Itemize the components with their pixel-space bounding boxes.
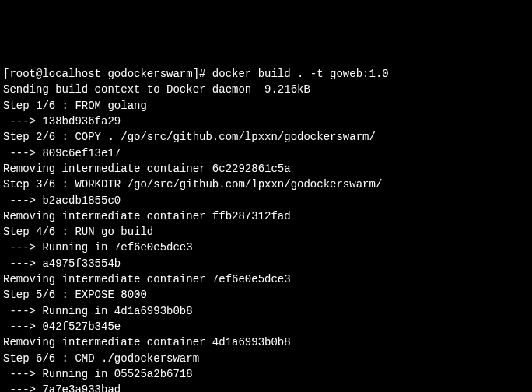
output-line: Step 6/6 : CMD ./godockerswarm [3,351,529,366]
output-line: Removing intermediate container 6c229286… [3,161,529,177]
output-line: Removing intermediate container 7ef6e0e5… [3,271,529,287]
output-line: Removing intermediate container ffb28731… [3,208,529,224]
output-line: ---> b2acdb1855c0 [3,193,529,208]
terminal[interactable]: [root@localhost godockerswarm]# docker b… [3,66,529,392]
output-line: ---> Running in 4d1a6993b0b8 [3,303,529,319]
output-line: Step 4/6 : RUN go build [3,224,529,240]
prompt-command: docker build . -t goweb:1.0 [212,68,389,80]
prompt-line-1: [root@localhost godockerswarm]# docker b… [3,66,529,82]
output-line: ---> 809c6ef13e17 [3,145,529,161]
output-line: Step 5/6 : EXPOSE 8000 [3,287,529,303]
output-line: ---> 042f527b345e [3,319,529,334]
output-line: Step 1/6 : FROM golang [3,98,529,114]
output-line: ---> 138bd936fa29 [3,114,529,129]
output-line: Removing intermediate container 4d1a6993… [3,334,529,350]
prompt-prefix: [root@localhost godockerswarm]# [3,68,212,80]
output-line: ---> a4975f33554b [3,256,529,271]
output-line: ---> Running in 05525a2b6718 [3,366,529,382]
output-line: ---> Running in 7ef6e0e5dce3 [3,240,529,255]
output-line: Sending build context to Docker daemon 9… [3,82,529,97]
output-line: ---> 7a7e3a933bad [3,382,529,392]
output-line: Step 2/6 : COPY . /go/src/github.com/lpx… [3,129,529,145]
output-line: Step 3/6 : WORKDIR /go/src/github.com/lp… [3,177,529,192]
